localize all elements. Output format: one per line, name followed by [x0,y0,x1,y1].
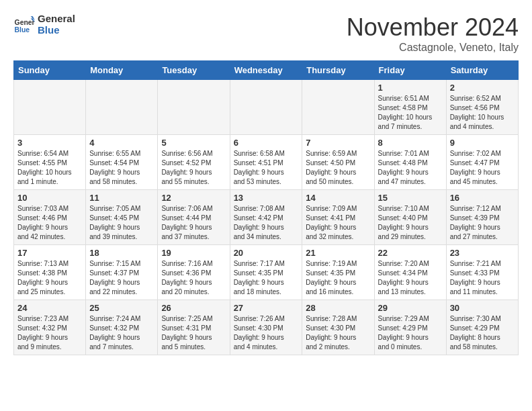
day-cell: 27Sunrise: 7:26 AM Sunset: 4:30 PM Dayli… [230,300,302,355]
day-info: Sunrise: 6:58 AM Sunset: 4:51 PM Dayligh… [234,149,299,187]
day-cell [230,80,302,135]
day-number: 29 [378,303,443,313]
day-info: Sunrise: 7:09 AM Sunset: 4:41 PM Dayligh… [306,204,370,242]
day-info: Sunrise: 6:51 AM Sunset: 4:58 PM Dayligh… [378,94,443,132]
day-info: Sunrise: 7:25 AM Sunset: 4:31 PM Dayligh… [161,314,226,352]
day-cell: 10Sunrise: 7:03 AM Sunset: 4:46 PM Dayli… [14,190,86,245]
calendar-table: SundayMondayTuesdayWednesdayThursdayFrid… [13,60,519,355]
day-number: 3 [17,138,82,148]
day-number: 8 [378,138,443,148]
day-number: 28 [306,303,370,313]
day-cell: 13Sunrise: 7:08 AM Sunset: 4:42 PM Dayli… [230,190,302,245]
day-cell: 26Sunrise: 7:25 AM Sunset: 4:31 PM Dayli… [158,300,230,355]
day-number: 6 [234,138,299,148]
day-number: 7 [306,138,370,148]
day-info: Sunrise: 7:10 AM Sunset: 4:40 PM Dayligh… [378,204,443,242]
day-info: Sunrise: 7:24 AM Sunset: 4:32 PM Dayligh… [89,314,154,352]
day-info: Sunrise: 7:03 AM Sunset: 4:46 PM Dayligh… [17,204,82,242]
location: Castagnole, Veneto, Italy [347,42,519,54]
day-number: 11 [89,193,154,203]
day-cell: 23Sunrise: 7:21 AM Sunset: 4:33 PM Dayli… [446,245,518,300]
day-cell: 7Sunrise: 6:59 AM Sunset: 4:50 PM Daylig… [302,135,374,190]
day-number: 20 [234,248,299,258]
weekday-header-saturday: Saturday [446,61,518,80]
day-info: Sunrise: 7:13 AM Sunset: 4:38 PM Dayligh… [17,259,82,297]
day-info: Sunrise: 7:02 AM Sunset: 4:47 PM Dayligh… [450,149,515,187]
day-number: 13 [234,193,299,203]
day-info: Sunrise: 7:26 AM Sunset: 4:30 PM Dayligh… [234,314,299,352]
day-number: 26 [161,303,226,313]
day-info: Sunrise: 7:08 AM Sunset: 4:42 PM Dayligh… [234,204,299,242]
day-cell: 12Sunrise: 7:06 AM Sunset: 4:44 PM Dayli… [158,190,230,245]
day-cell: 3Sunrise: 6:54 AM Sunset: 4:55 PM Daylig… [14,135,86,190]
day-number: 30 [450,303,515,313]
day-info: Sunrise: 6:54 AM Sunset: 4:55 PM Dayligh… [17,149,82,187]
day-info: Sunrise: 6:52 AM Sunset: 4:56 PM Dayligh… [450,94,515,132]
header: General Blue General Blue November 2024 … [13,13,519,54]
week-row-5: 24Sunrise: 7:23 AM Sunset: 4:32 PM Dayli… [14,300,519,355]
day-info: Sunrise: 7:28 AM Sunset: 4:30 PM Dayligh… [306,314,370,352]
week-row-1: 1Sunrise: 6:51 AM Sunset: 4:58 PM Daylig… [14,80,519,135]
logo-text-line1: General [38,13,75,25]
day-number: 27 [234,303,299,313]
day-info: Sunrise: 7:20 AM Sunset: 4:34 PM Dayligh… [378,259,443,297]
day-number: 10 [17,193,82,203]
day-cell [158,80,230,135]
weekday-header-friday: Friday [374,61,446,80]
day-cell: 9Sunrise: 7:02 AM Sunset: 4:47 PM Daylig… [446,135,518,190]
day-cell: 29Sunrise: 7:29 AM Sunset: 4:29 PM Dayli… [374,300,446,355]
logo: General Blue General Blue [13,13,75,36]
svg-text:Blue: Blue [15,26,30,34]
day-info: Sunrise: 7:06 AM Sunset: 4:44 PM Dayligh… [161,204,226,242]
svg-text:General: General [15,19,35,26]
weekday-header-monday: Monday [86,61,158,80]
day-number: 4 [89,138,154,148]
day-number: 24 [17,303,82,313]
title-area: November 2024 Castagnole, Veneto, Italy [347,13,519,54]
day-cell: 24Sunrise: 7:23 AM Sunset: 4:32 PM Dayli… [14,300,86,355]
day-info: Sunrise: 6:59 AM Sunset: 4:50 PM Dayligh… [306,149,370,187]
week-row-2: 3Sunrise: 6:54 AM Sunset: 4:55 PM Daylig… [14,135,519,190]
day-cell: 4Sunrise: 6:55 AM Sunset: 4:54 PM Daylig… [86,135,158,190]
day-cell: 16Sunrise: 7:12 AM Sunset: 4:39 PM Dayli… [446,190,518,245]
day-cell [14,80,86,135]
day-number: 2 [450,83,515,93]
day-number: 22 [378,248,443,258]
day-cell: 25Sunrise: 7:24 AM Sunset: 4:32 PM Dayli… [86,300,158,355]
day-cell: 30Sunrise: 7:30 AM Sunset: 4:29 PM Dayli… [446,300,518,355]
day-cell: 20Sunrise: 7:17 AM Sunset: 4:35 PM Dayli… [230,245,302,300]
weekday-header-tuesday: Tuesday [158,61,230,80]
day-info: Sunrise: 6:56 AM Sunset: 4:52 PM Dayligh… [161,149,226,187]
day-info: Sunrise: 7:19 AM Sunset: 4:35 PM Dayligh… [306,259,370,297]
month-title: November 2024 [347,13,519,42]
day-number: 19 [161,248,226,258]
weekday-header-thursday: Thursday [302,61,374,80]
day-cell: 15Sunrise: 7:10 AM Sunset: 4:40 PM Dayli… [374,190,446,245]
day-cell: 18Sunrise: 7:15 AM Sunset: 4:37 PM Dayli… [86,245,158,300]
day-number: 9 [450,138,515,148]
day-cell: 1Sunrise: 6:51 AM Sunset: 4:58 PM Daylig… [374,80,446,135]
day-cell [86,80,158,135]
day-number: 14 [306,193,370,203]
day-info: Sunrise: 7:30 AM Sunset: 4:29 PM Dayligh… [450,314,515,352]
day-info: Sunrise: 7:29 AM Sunset: 4:29 PM Dayligh… [378,314,443,352]
day-number: 17 [17,248,82,258]
day-cell: 11Sunrise: 7:05 AM Sunset: 4:45 PM Dayli… [86,190,158,245]
day-number: 16 [450,193,515,203]
day-number: 15 [378,193,443,203]
day-info: Sunrise: 7:17 AM Sunset: 4:35 PM Dayligh… [234,259,299,297]
day-info: Sunrise: 6:55 AM Sunset: 4:54 PM Dayligh… [89,149,154,187]
day-number: 5 [161,138,226,148]
weekday-header-sunday: Sunday [14,61,86,80]
day-info: Sunrise: 7:12 AM Sunset: 4:39 PM Dayligh… [450,204,515,242]
day-info: Sunrise: 7:05 AM Sunset: 4:45 PM Dayligh… [89,204,154,242]
day-number: 21 [306,248,370,258]
day-cell: 5Sunrise: 6:56 AM Sunset: 4:52 PM Daylig… [158,135,230,190]
day-cell: 14Sunrise: 7:09 AM Sunset: 4:41 PM Dayli… [302,190,374,245]
logo-icon: General Blue [13,14,35,36]
day-info: Sunrise: 7:16 AM Sunset: 4:36 PM Dayligh… [161,259,226,297]
day-number: 18 [89,248,154,258]
day-cell: 8Sunrise: 7:01 AM Sunset: 4:48 PM Daylig… [374,135,446,190]
day-cell: 6Sunrise: 6:58 AM Sunset: 4:51 PM Daylig… [230,135,302,190]
day-info: Sunrise: 7:01 AM Sunset: 4:48 PM Dayligh… [378,149,443,187]
